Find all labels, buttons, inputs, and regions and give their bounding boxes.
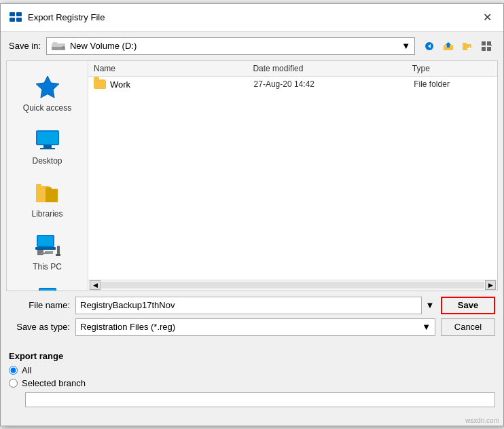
svg-rect-13	[447, 45, 450, 48]
location-dropdown[interactable]: New Volume (D:) ▼	[46, 37, 415, 55]
this-pc-icon	[34, 232, 61, 259]
svg-rect-26	[43, 145, 52, 148]
svg-rect-34	[35, 247, 56, 250]
main-area: Quick access Desktop	[6, 60, 498, 291]
bottom-form: File name: ▼ Save Save as type: Registra…	[1, 291, 503, 346]
file-list-content: Work 27-Aug-20 14:42 File folder	[88, 77, 497, 280]
up-button[interactable]	[439, 37, 457, 55]
svg-rect-21	[487, 47, 491, 51]
save-as-type-dropdown[interactable]: Registration Files (*.reg) ▼	[75, 318, 435, 336]
file-type: File folder	[414, 79, 492, 89]
svg-rect-27	[40, 148, 55, 149]
radio-all-row: All	[9, 365, 495, 375]
horizontal-scrollbar: ◀ ▶	[88, 280, 497, 291]
svg-rect-18	[482, 41, 486, 45]
col-type-header: Type	[412, 64, 492, 73]
close-button[interactable]: ✕	[479, 10, 495, 26]
svg-rect-30	[46, 189, 58, 202]
save-as-type-label: Save as type:	[9, 322, 70, 332]
radio-all-label: All	[22, 365, 31, 375]
svg-point-7	[62, 46, 65, 49]
dialog-title: Export Registry File	[28, 12, 105, 22]
svg-rect-38	[57, 246, 60, 255]
svg-rect-31	[46, 187, 52, 189]
back-button[interactable]	[420, 37, 438, 55]
file-name: Work	[110, 79, 130, 90]
cancel-button[interactable]: Cancel	[441, 318, 495, 336]
col-name-header: Name	[94, 64, 253, 73]
sidebar-item-network[interactable]: Network	[7, 280, 88, 291]
svg-rect-17	[467, 48, 471, 50]
file-name-row: File name: ▼ Save	[9, 297, 495, 314]
sidebar-item-quick-access[interactable]: Quick access	[7, 68, 88, 118]
svg-rect-0	[10, 12, 15, 16]
sidebar-label-desktop: Desktop	[32, 156, 62, 166]
network-icon	[34, 285, 61, 291]
svg-rect-41	[40, 289, 55, 291]
quick-access-icon	[34, 73, 61, 100]
export-registry-dialog: Export Registry File ✕ Save in: New Volu…	[0, 3, 504, 426]
file-list: Name Date modified Type Work 27-Aug-20 1…	[88, 61, 497, 291]
file-row-name: Work	[94, 79, 250, 90]
toolbar-row: Save in: New Volume (D:) ▼	[1, 32, 503, 60]
svg-marker-23	[36, 76, 59, 98]
scroll-left-btn[interactable]: ◀	[90, 280, 101, 290]
svg-rect-3	[16, 18, 22, 22]
save-as-type-row: Save as type: Registration Files (*.reg)…	[9, 318, 495, 336]
libraries-icon	[34, 179, 61, 206]
svg-rect-1	[16, 12, 22, 16]
save-button[interactable]: Save	[441, 297, 495, 314]
registry-title-icon	[9, 11, 22, 24]
watermark: wsxdn.com	[1, 415, 503, 426]
svg-rect-20	[482, 47, 486, 51]
folder-icon	[94, 79, 106, 89]
sidebar-label-this-pc: This PC	[33, 262, 62, 272]
svg-marker-12	[446, 42, 451, 45]
file-name-label: File name:	[9, 300, 70, 310]
svg-rect-39	[56, 254, 60, 256]
export-range-section: Export range All Selected branch	[1, 346, 503, 415]
title-bar: Export Registry File ✕	[1, 4, 503, 32]
new-folder-button[interactable]	[458, 37, 476, 55]
scroll-track[interactable]	[101, 282, 484, 288]
location-value: New Volume (D:)	[70, 41, 137, 51]
svg-rect-15	[463, 43, 467, 45]
sidebar-item-desktop[interactable]: Desktop	[7, 121, 88, 171]
col-date-header: Date modified	[253, 64, 412, 73]
svg-rect-6	[53, 42, 57, 44]
sidebar-item-libraries[interactable]: Libraries	[7, 174, 88, 224]
file-name-input[interactable]	[75, 297, 422, 314]
branch-input[interactable]	[25, 392, 495, 407]
file-date: 27-Aug-20 14:42	[254, 79, 410, 89]
save-in-label: Save in:	[9, 41, 41, 51]
svg-rect-25	[37, 132, 58, 144]
drive-icon	[51, 41, 66, 52]
table-row[interactable]: Work 27-Aug-20 14:42 File folder	[88, 77, 497, 92]
svg-rect-33	[38, 236, 53, 246]
file-list-header: Name Date modified Type	[88, 61, 497, 77]
radio-branch-label: Selected branch	[22, 378, 86, 388]
radio-selected-branch[interactable]	[9, 379, 18, 388]
sidebar-label-libraries: Libraries	[31, 209, 62, 219]
radio-all[interactable]	[9, 366, 18, 375]
radio-branch-row: Selected branch	[9, 378, 495, 388]
dropdown-arrow-type: ▼	[422, 322, 431, 332]
scroll-right-btn[interactable]: ▶	[485, 280, 496, 290]
toolbar-buttons	[420, 37, 495, 55]
dropdown-arrow-name: ▼	[425, 300, 435, 310]
dropdown-arrow: ▼	[401, 41, 410, 51]
view-button[interactable]	[478, 37, 495, 55]
file-name-input-wrap: ▼	[75, 297, 435, 314]
svg-rect-37	[40, 253, 50, 254]
desktop-icon	[34, 126, 61, 153]
save-as-type-wrap: Registration Files (*.reg) ▼	[75, 318, 435, 336]
save-as-type-value: Registration Files (*.reg)	[80, 322, 175, 332]
title-bar-left: Export Registry File	[9, 11, 105, 24]
sidebar: Quick access Desktop	[7, 61, 88, 291]
svg-rect-29	[36, 184, 41, 187]
sidebar-label-quick-access: Quick access	[23, 103, 71, 113]
sidebar-item-this-pc[interactable]: This PC	[7, 227, 88, 277]
export-range-title: Export range	[9, 351, 495, 361]
svg-rect-2	[10, 18, 15, 22]
